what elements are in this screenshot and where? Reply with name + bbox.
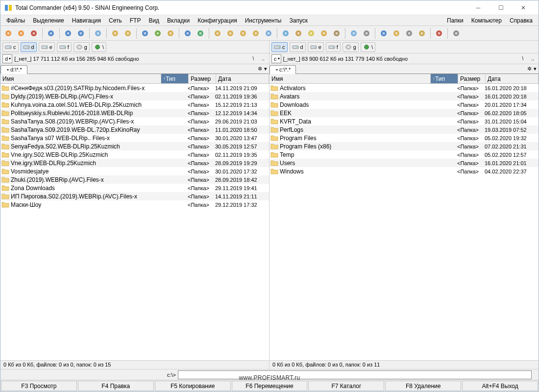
right-col-size[interactable]: Размер xyxy=(458,74,486,83)
left-col-date[interactable]: Дата xyxy=(216,74,269,83)
list-item[interactable]: Downloads<Папка>20.01.2020 17:34 xyxy=(270,100,539,109)
right-nav-root[interactable]: \ xyxy=(519,54,527,63)
list-item[interactable]: ИП Пирогова.S02.(2019).WEBRip.(AVC).File… xyxy=(0,192,269,200)
right-drive-\[interactable]: \ xyxy=(361,42,375,52)
gear-red-icon[interactable] xyxy=(28,27,40,39)
doc-4-icon[interactable] xyxy=(250,27,262,39)
left-col-name[interactable]: Имя xyxy=(0,74,161,83)
list-item[interactable]: Маски-Шоу<Папка>29.12.2019 17:32 xyxy=(0,200,269,209)
menu-Файлы[interactable]: Файлы xyxy=(2,16,29,25)
fn-F3[interactable]: F3 Просмотр xyxy=(1,381,77,391)
doc-3-icon[interactable] xyxy=(237,27,249,39)
left-nav-root[interactable]: \ xyxy=(249,54,257,63)
list-item[interactable]: Dyldy.(2019).WEB-DLRip.(AVC).Files-x<Пап… xyxy=(0,92,269,100)
sort-icon[interactable] xyxy=(152,27,164,39)
tiles-icon[interactable] xyxy=(263,27,274,39)
fn-F4[interactable]: F4 Правка xyxy=(78,381,154,391)
left-file-list[interactable]: #СеняФедя.s03.(2019).SATRip.by.Nicodem.F… xyxy=(0,84,269,360)
star-blue-icon[interactable] xyxy=(139,27,151,39)
grid-1-icon[interactable] xyxy=(109,27,121,39)
right-tab-menu[interactable]: ▾ xyxy=(534,66,537,72)
disk-icon[interactable] xyxy=(361,27,372,39)
list-item[interactable]: Avatars<Папка>16.01.2020 20:18 xyxy=(270,92,539,100)
list-item[interactable]: Zhuki.(2019).WEBRip.(AVC).Files-x<Папка>… xyxy=(0,175,269,184)
list-item[interactable]: EEK<Папка>06.02.2020 18:05 xyxy=(270,109,539,117)
left-col-size[interactable]: Размер xyxy=(189,74,216,83)
list-item[interactable]: Users<Папка>16.01.2020 21:01 xyxy=(270,159,539,167)
maximize-button[interactable]: ☐ xyxy=(490,0,512,15)
left-drive-combo[interactable]: d ▾ xyxy=(2,54,12,63)
minimize-button[interactable]: ─ xyxy=(467,0,490,15)
notebook-icon[interactable] xyxy=(331,27,343,39)
right-tab[interactable]: ▾c:\*.* xyxy=(270,65,296,74)
close-button[interactable]: ✕ xyxy=(512,0,535,15)
list-item[interactable]: Kuhnya.voina.za.otel.S01.WEB-DLRip.25Kuz… xyxy=(0,100,269,109)
grid-2-icon[interactable] xyxy=(122,27,134,39)
refresh-icon[interactable] xyxy=(45,27,57,39)
cmdline-input[interactable] xyxy=(178,370,532,379)
clipboard-icon[interactable] xyxy=(165,27,176,39)
right-drive-d[interactable]: d xyxy=(290,42,306,52)
left-drive-f[interactable]: f xyxy=(57,42,72,52)
right-col-name[interactable]: Имя xyxy=(270,74,431,83)
list-item[interactable]: Zona Downloads<Папка>29.11.2019 19:41 xyxy=(0,184,269,192)
menu-Сеть[interactable]: Сеть xyxy=(105,16,126,25)
list-item[interactable]: SashaTanya s07 WEB-DLRip.. Files-x<Папка… xyxy=(0,134,269,142)
menu-Запуск[interactable]: Запуск xyxy=(286,16,312,25)
right-file-list[interactable]: Activators<Папка>16.01.2020 20:18Avatars… xyxy=(270,84,539,360)
left-drive-e[interactable]: e xyxy=(39,42,55,52)
right-col-ext[interactable]: ↑Тип xyxy=(431,74,458,83)
doc-2-icon[interactable] xyxy=(224,27,236,39)
arrow-right-icon[interactable] xyxy=(75,27,87,39)
menu-Конфигурация[interactable]: Конфигурация xyxy=(194,16,241,25)
menu-Инструменты[interactable]: Инструменты xyxy=(241,16,286,25)
menu-Компьютер[interactable]: Компьютер xyxy=(467,16,506,25)
hammer-icon[interactable] xyxy=(293,27,304,39)
list-item[interactable]: SashaTanya.S08.(2019).WEBRip.(AVC).Files… xyxy=(0,117,269,125)
list-item[interactable]: KVRT_Data<Папка>31.01.2020 15:04 xyxy=(270,117,539,125)
left-drive-\[interactable]: \ xyxy=(92,42,106,52)
left-drive-g[interactable]: g xyxy=(74,42,90,52)
menu-Справка[interactable]: Справка xyxy=(506,16,537,25)
left-tab[interactable]: ▾d:\*.* xyxy=(0,65,27,74)
left-col-ext[interactable]: ↑Тип xyxy=(161,74,189,83)
folder-y-icon[interactable] xyxy=(318,27,330,39)
fn-Alt+F4[interactable]: Alt+F4 Выход xyxy=(462,381,538,391)
arrow-left-icon[interactable] xyxy=(62,27,74,39)
gear-orange-2-icon[interactable] xyxy=(15,27,27,39)
left-tab-menu[interactable]: ▾ xyxy=(264,66,267,72)
list-item[interactable]: PerfLogs<Папка>19.03.2019 07:52 xyxy=(270,125,539,134)
left-nav-up[interactable]: .. xyxy=(259,54,267,63)
left-drive-d[interactable]: d xyxy=(21,42,37,52)
ie-icon[interactable] xyxy=(182,27,194,39)
right-drive-e[interactable]: e xyxy=(308,42,324,52)
right-drive-c[interactable]: c xyxy=(271,42,288,52)
menu-Папки[interactable]: Папки xyxy=(443,16,467,25)
tool-1-icon[interactable] xyxy=(348,27,360,39)
right-drive-g[interactable]: g xyxy=(343,42,359,52)
list-item[interactable]: Program Files<Папка>05.02.2020 19:32 xyxy=(270,134,539,142)
list-item[interactable]: SashaTanya.S09.2019.WEB-DL.720p.ExKinoRa… xyxy=(0,125,269,134)
cd-icon[interactable] xyxy=(416,27,428,39)
list-item[interactable]: Vosmidesjatye<Папка>30.01.2020 17:32 xyxy=(0,167,269,175)
list-item[interactable]: Temp<Папка>05.02.2020 12:57 xyxy=(270,150,539,159)
list-item[interactable]: Vne.igry.WEB-DLRip.25Kuzmich<Папка>28.09… xyxy=(0,159,269,167)
wand-icon[interactable] xyxy=(450,27,462,39)
right-col-date[interactable]: Дата xyxy=(486,74,539,83)
fn-F5[interactable]: F5 Копирование xyxy=(155,381,231,391)
table-icon[interactable] xyxy=(305,27,317,39)
list-item[interactable]: Politseyskiy.s.Rublevki.2016-2018.WEB-DL… xyxy=(0,109,269,117)
menu-Вкладки[interactable]: Вкладки xyxy=(163,16,194,25)
gear-orange-icon[interactable] xyxy=(2,27,14,39)
list-item[interactable]: Program Files (x86)<Папка>07.02.2020 21:… xyxy=(270,142,539,150)
calc-icon[interactable] xyxy=(280,27,292,39)
menu-FTP[interactable]: FTP xyxy=(126,16,145,25)
list-item[interactable]: Vne.igry.S02.WEB-DLRip.25Kuzmich<Папка>0… xyxy=(0,150,269,159)
list-item[interactable]: #СеняФедя.s03.(2019).SATRip.by.Nicodem.F… xyxy=(0,84,269,92)
list-item[interactable]: SenyaFedya.S02.WEB-DLRip.25Kuzmich<Папка… xyxy=(0,142,269,150)
fn-F7[interactable]: F7 Каталог xyxy=(308,381,384,391)
menu-Навигация[interactable]: Навигация xyxy=(68,16,105,25)
doc-1-icon[interactable] xyxy=(212,27,223,39)
left-tab-star[interactable]: ✲ xyxy=(258,66,262,72)
ball-icon[interactable] xyxy=(433,27,445,39)
